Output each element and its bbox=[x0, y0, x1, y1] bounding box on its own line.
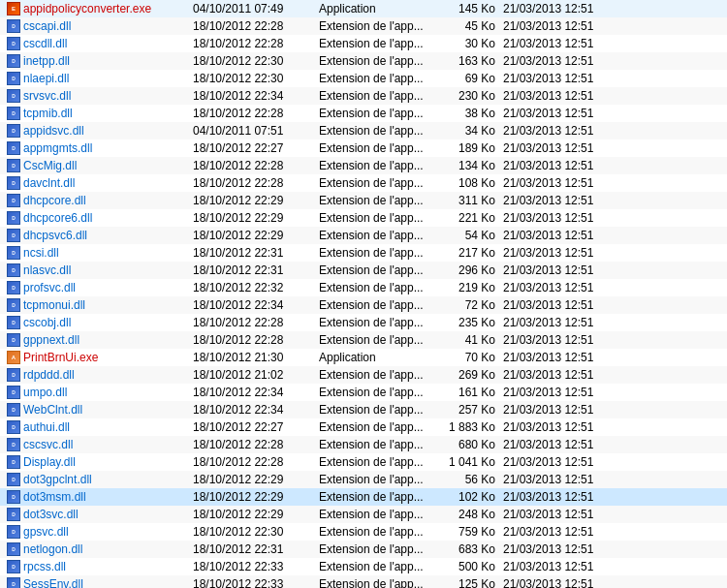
file-type: Extension de l'app... bbox=[319, 37, 435, 50]
table-row[interactable]: D gppnext.dll 18/10/2012 22:28 Extension… bbox=[0, 331, 727, 349]
table-row[interactable]: D netlogon.dll 18/10/2012 22:31 Extensio… bbox=[0, 541, 727, 558]
file-size: 269 Ko bbox=[435, 368, 503, 382]
table-row[interactable]: D tcpmonui.dll 18/10/2012 22:34 Extensio… bbox=[0, 296, 727, 314]
table-row[interactable]: D appmgmts.dll 18/10/2012 22:27 Extensio… bbox=[0, 139, 727, 157]
file-icon: D bbox=[4, 194, 23, 207]
file-type: Extension de l'app... bbox=[319, 542, 435, 556]
file-size: 500 Ko bbox=[435, 560, 503, 573]
table-row[interactable]: D srvsvc.dll 18/10/2012 22:34 Extension … bbox=[0, 87, 727, 105]
file-name: ncsi.dll bbox=[23, 246, 193, 260]
file-date: 18/10/2012 22:28 bbox=[193, 438, 319, 451]
table-row[interactable]: D appidsvc.dll 04/10/2011 07:51 Extensio… bbox=[0, 122, 727, 139]
table-row[interactable]: D ncsi.dll 18/10/2012 22:31 Extension de… bbox=[0, 244, 727, 262]
file-date: 18/10/2012 22:29 bbox=[193, 473, 319, 486]
file-date: 18/10/2012 22:30 bbox=[193, 54, 319, 68]
file-icon: D bbox=[4, 298, 23, 312]
file-size: 217 Ko bbox=[435, 246, 503, 260]
file-modified: 21/03/2013 12:51 bbox=[503, 211, 723, 225]
table-row[interactable]: D davclnt.dll 18/10/2012 22:28 Extension… bbox=[0, 174, 727, 192]
table-row[interactable]: D nlasvc.dll 18/10/2012 22:31 Extension … bbox=[0, 262, 727, 279]
table-row[interactable]: D dhcpcore.dll 18/10/2012 22:29 Extensio… bbox=[0, 192, 727, 209]
file-date: 18/10/2012 22:28 bbox=[193, 176, 319, 190]
file-size: 69 Ko bbox=[435, 72, 503, 85]
table-row[interactable]: D umpo.dll 18/10/2012 22:34 Extension de… bbox=[0, 384, 727, 401]
file-icon: D bbox=[4, 316, 23, 329]
file-size: 125 Ko bbox=[435, 577, 503, 588]
file-name: gppnext.dll bbox=[23, 333, 193, 347]
table-row[interactable]: D dhcpsvc6.dll 18/10/2012 22:29 Extensio… bbox=[0, 227, 727, 244]
file-icon: D bbox=[4, 490, 23, 504]
table-row[interactable]: D rpcss.dll 18/10/2012 22:33 Extension d… bbox=[0, 558, 727, 575]
file-name: rpcss.dll bbox=[23, 560, 193, 573]
table-row[interactable]: D tcpmib.dll 18/10/2012 22:28 Extension … bbox=[0, 105, 727, 122]
table-row[interactable]: D inetpp.dll 18/10/2012 22:30 Extension … bbox=[0, 52, 727, 70]
file-icon: D bbox=[4, 159, 23, 172]
table-row[interactable]: D cscobj.dll 18/10/2012 22:28 Extension … bbox=[0, 314, 727, 331]
file-date: 18/10/2012 21:30 bbox=[193, 351, 319, 364]
file-size: 38 Ko bbox=[435, 107, 503, 120]
file-icon: D bbox=[4, 141, 23, 155]
file-name: srvsvc.dll bbox=[23, 89, 193, 103]
file-date: 18/10/2012 22:32 bbox=[193, 281, 319, 294]
table-row[interactable]: D dhcpcore6.dll 18/10/2012 22:29 Extensi… bbox=[0, 209, 727, 227]
file-name: dhcpsvc6.dll bbox=[23, 229, 193, 242]
file-size: 54 Ko bbox=[435, 229, 503, 242]
table-row[interactable]: D cscapi.dll 18/10/2012 22:28 Extension … bbox=[0, 17, 727, 35]
file-type: Application bbox=[319, 351, 435, 364]
file-modified: 21/03/2013 12:51 bbox=[503, 141, 723, 155]
file-modified: 21/03/2013 12:51 bbox=[503, 490, 723, 504]
table-row[interactable]: E appidpolicyconverter.exe 04/10/2011 07… bbox=[0, 0, 727, 17]
file-date: 18/10/2012 22:29 bbox=[193, 490, 319, 504]
file-date: 18/10/2012 22:28 bbox=[193, 37, 319, 50]
file-date: 18/10/2012 22:34 bbox=[193, 298, 319, 312]
file-date: 18/10/2012 22:31 bbox=[193, 246, 319, 260]
file-icon: D bbox=[4, 89, 23, 103]
file-name: dot3gpclnt.dll bbox=[23, 473, 193, 486]
file-modified: 21/03/2013 12:51 bbox=[503, 508, 723, 521]
file-icon: D bbox=[4, 333, 23, 347]
table-row[interactable]: D dot3msm.dll 18/10/2012 22:29 Extension… bbox=[0, 488, 727, 506]
table-row[interactable]: D SessEnv.dll 18/10/2012 22:33 Extension… bbox=[0, 575, 727, 588]
file-size: 248 Ko bbox=[435, 508, 503, 521]
file-type: Extension de l'app... bbox=[319, 229, 435, 242]
file-icon: D bbox=[4, 263, 23, 277]
table-row[interactable]: D nlaepi.dll 18/10/2012 22:30 Extension … bbox=[0, 70, 727, 87]
file-size: 230 Ko bbox=[435, 89, 503, 103]
table-row[interactable]: D gpsvc.dll 18/10/2012 22:30 Extension d… bbox=[0, 523, 727, 541]
file-type: Extension de l'app... bbox=[319, 54, 435, 68]
file-icon: D bbox=[4, 176, 23, 190]
file-icon: D bbox=[4, 455, 23, 469]
file-icon: D bbox=[4, 403, 23, 417]
table-row[interactable]: A PrintBrnUi.exe 18/10/2012 21:30 Applic… bbox=[0, 349, 727, 366]
file-name: authui.dll bbox=[23, 420, 193, 434]
file-size: 221 Ko bbox=[435, 211, 503, 225]
table-row[interactable]: D cscsvc.dll 18/10/2012 22:28 Extension … bbox=[0, 436, 727, 453]
file-size: 311 Ko bbox=[435, 194, 503, 207]
table-row[interactable]: D CscMig.dll 18/10/2012 22:28 Extension … bbox=[0, 157, 727, 174]
table-row[interactable]: D rdpddd.dll 18/10/2012 21:02 Extension … bbox=[0, 366, 727, 384]
table-row[interactable]: D WebClnt.dll 18/10/2012 22:34 Extension… bbox=[0, 401, 727, 418]
file-date: 18/10/2012 22:31 bbox=[193, 542, 319, 556]
file-date: 18/10/2012 22:28 bbox=[193, 19, 319, 33]
file-size: 41 Ko bbox=[435, 333, 503, 347]
table-row[interactable]: D dot3svc.dll 18/10/2012 22:29 Extension… bbox=[0, 506, 727, 523]
file-icon: D bbox=[4, 37, 23, 50]
file-type: Extension de l'app... bbox=[319, 525, 435, 539]
file-size: 72 Ko bbox=[435, 298, 503, 312]
file-type: Extension de l'app... bbox=[319, 263, 435, 277]
table-row[interactable]: D cscdll.dll 18/10/2012 22:28 Extension … bbox=[0, 35, 727, 52]
file-date: 18/10/2012 22:29 bbox=[193, 211, 319, 225]
file-name: cscapi.dll bbox=[23, 19, 193, 33]
file-type: Extension de l'app... bbox=[319, 508, 435, 521]
table-row[interactable]: D Display.dll 18/10/2012 22:28 Extension… bbox=[0, 453, 727, 471]
table-row[interactable]: D profsvc.dll 18/10/2012 22:32 Extension… bbox=[0, 279, 727, 296]
file-modified: 21/03/2013 12:51 bbox=[503, 107, 723, 120]
file-type: Extension de l'app... bbox=[319, 560, 435, 573]
file-date: 18/10/2012 22:34 bbox=[193, 89, 319, 103]
file-icon: D bbox=[4, 211, 23, 225]
file-modified: 21/03/2013 12:51 bbox=[503, 438, 723, 451]
table-row[interactable]: D dot3gpclnt.dll 18/10/2012 22:29 Extens… bbox=[0, 471, 727, 488]
file-date: 18/10/2012 22:33 bbox=[193, 577, 319, 588]
table-row[interactable]: D authui.dll 18/10/2012 22:27 Extension … bbox=[0, 418, 727, 436]
file-date: 18/10/2012 22:27 bbox=[193, 141, 319, 155]
